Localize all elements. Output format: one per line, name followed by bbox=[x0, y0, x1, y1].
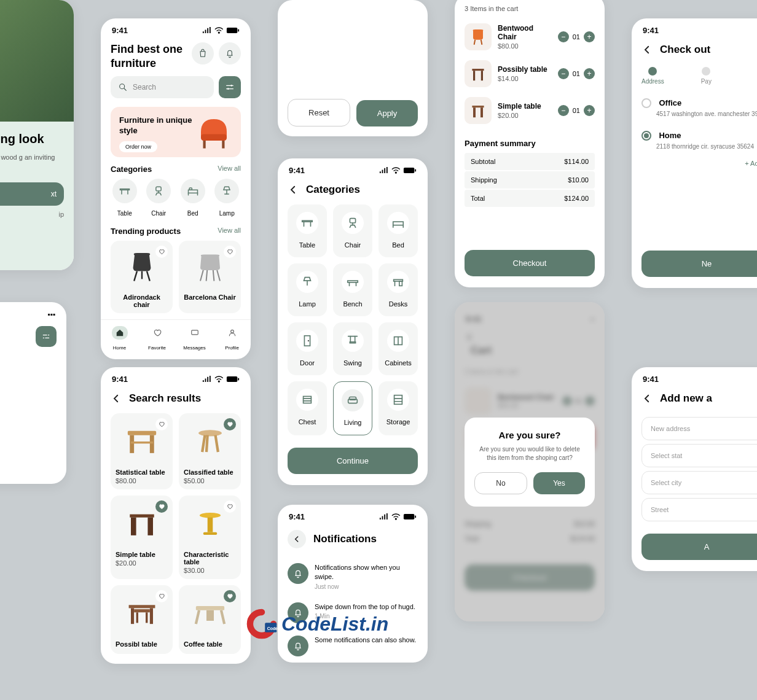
favorite-button[interactable] bbox=[155, 500, 168, 513]
nav-profile[interactable]: Profile bbox=[213, 320, 251, 359]
next-button[interactable]: xt bbox=[0, 182, 64, 206]
no-button[interactable]: No bbox=[474, 472, 527, 494]
category-bed[interactable]: Bed bbox=[179, 179, 207, 218]
status-time: 9:41 bbox=[289, 512, 305, 521]
lamp-icon bbox=[300, 275, 314, 289]
back-icon[interactable] bbox=[288, 184, 299, 195]
cart-count: 3 Items in the cart bbox=[455, 0, 605, 18]
bag-icon-button[interactable] bbox=[192, 42, 214, 64]
address-field[interactable]: New address bbox=[641, 417, 757, 440]
chair-image bbox=[127, 251, 157, 285]
watermark: CodeList CodeList.in bbox=[246, 608, 388, 640]
increment-button[interactable]: + bbox=[584, 68, 595, 79]
address-option[interactable]: Office 4517 washington ave. manchester 3… bbox=[632, 91, 757, 123]
decrement-button[interactable]: − bbox=[558, 68, 569, 79]
product-card[interactable]: Possibl table bbox=[111, 585, 173, 654]
status-icons bbox=[202, 27, 240, 34]
category-cabinets[interactable]: Cabinets bbox=[378, 322, 418, 375]
add-new-address[interactable]: + Add ne bbox=[632, 156, 757, 171]
category-door[interactable]: Door bbox=[288, 322, 327, 375]
dialog-body: Are you sure you would like to delete th… bbox=[474, 445, 585, 462]
product-card[interactable]: Statistical table $80.00 bbox=[111, 413, 173, 489]
svg-rect-90 bbox=[473, 107, 476, 117]
back-button[interactable] bbox=[288, 530, 306, 548]
promo-banner[interactable]: Furniture in unique style Order now bbox=[111, 107, 241, 157]
back-icon[interactable] bbox=[641, 393, 653, 404]
svg-rect-35 bbox=[130, 515, 154, 518]
dialog-title: Are you sure? bbox=[474, 430, 585, 440]
category-lamp[interactable]: Lamp bbox=[288, 263, 327, 316]
product-card[interactable]: Adirondack chair bbox=[111, 241, 173, 313]
svg-rect-41 bbox=[128, 605, 155, 608]
modal-overlay[interactable]: Are you sure? Are you sure you would lik… bbox=[455, 302, 605, 621]
favorite-button[interactable] bbox=[155, 590, 168, 602]
product-card[interactable]: Coffee table bbox=[179, 585, 241, 654]
product-card[interactable]: Classified table $50.00 bbox=[179, 413, 241, 489]
nav-favorite[interactable]: Favorite bbox=[138, 320, 176, 359]
product-card[interactable]: Characteristic table $30.00 bbox=[179, 496, 241, 579]
svg-rect-79 bbox=[394, 395, 402, 405]
favorite-button[interactable] bbox=[155, 418, 168, 430]
address-field[interactable]: Street bbox=[641, 498, 757, 521]
product-card[interactable]: Simple table $20.00 bbox=[111, 496, 173, 579]
svg-point-4 bbox=[227, 88, 229, 90]
address-field[interactable]: Select city bbox=[641, 471, 757, 494]
favorite-button[interactable] bbox=[224, 590, 236, 602]
order-now-button[interactable]: Order now bbox=[119, 141, 157, 152]
back-icon[interactable] bbox=[111, 393, 122, 404]
svg-line-84 bbox=[474, 40, 476, 45]
svg-line-24 bbox=[206, 270, 207, 281]
svg-rect-6 bbox=[203, 141, 206, 149]
category-living[interactable]: Living bbox=[333, 381, 372, 435]
favorite-button[interactable] bbox=[224, 246, 236, 258]
category-chest[interactable]: Chest bbox=[288, 381, 327, 435]
filter-button[interactable] bbox=[36, 326, 57, 347]
address-field[interactable]: Select stat bbox=[641, 444, 757, 467]
favorite-button[interactable] bbox=[224, 418, 236, 430]
notification-item[interactable]: Notifications show when you swipe.Just n… bbox=[278, 557, 428, 596]
back-icon[interactable] bbox=[641, 44, 653, 55]
increment-button[interactable]: + bbox=[584, 105, 595, 116]
product-price: $80.00 bbox=[116, 477, 168, 484]
favorite-button[interactable] bbox=[224, 500, 236, 513]
filter-button[interactable] bbox=[219, 76, 241, 98]
nav-home[interactable]: Home bbox=[101, 320, 138, 359]
bell-icon-button[interactable] bbox=[219, 42, 241, 64]
view-all-categories[interactable]: View all bbox=[218, 165, 241, 174]
checkout-button[interactable]: Checkout bbox=[465, 250, 595, 276]
product-card[interactable]: Barcelona Chair bbox=[179, 241, 241, 313]
decrement-button[interactable]: − bbox=[558, 31, 569, 42]
category-chair[interactable]: Chair bbox=[145, 179, 173, 218]
category-table[interactable]: Table bbox=[288, 204, 327, 257]
search-input[interactable]: Search bbox=[111, 76, 214, 98]
view-all-trending[interactable]: View all bbox=[218, 227, 241, 236]
address-label: Office bbox=[659, 98, 681, 107]
category-table[interactable]: Table bbox=[111, 179, 139, 218]
category-storage[interactable]: Storage bbox=[378, 381, 418, 435]
yes-button[interactable]: Yes bbox=[533, 472, 585, 494]
decrement-button[interactable]: − bbox=[558, 105, 569, 116]
category-bench[interactable]: Bench bbox=[333, 263, 372, 316]
nav-messages[interactable]: Messages bbox=[176, 320, 213, 359]
skip-button[interactable]: ip bbox=[0, 206, 64, 218]
search-results-screen: 9:41 Search results Statistical table $8… bbox=[101, 367, 251, 664]
continue-button[interactable]: Continue bbox=[288, 448, 418, 474]
bottom-nav: Home Favorite Messages Profile bbox=[101, 319, 251, 359]
summary-row: Total$124.00 bbox=[465, 190, 595, 207]
category-chair[interactable]: Chair bbox=[333, 204, 372, 257]
category-swing[interactable]: Swing bbox=[333, 322, 372, 375]
increment-button[interactable]: + bbox=[584, 31, 595, 42]
favorite-button[interactable] bbox=[155, 246, 168, 258]
reset-button[interactable]: Reset bbox=[288, 99, 350, 126]
next-button[interactable]: Ne bbox=[641, 251, 757, 277]
submit-button[interactable]: A bbox=[641, 534, 757, 560]
apply-button[interactable]: Apply bbox=[356, 100, 418, 126]
wifi-icon bbox=[214, 27, 224, 34]
step-payment: Pay bbox=[701, 67, 712, 85]
category-bed[interactable]: Bed bbox=[378, 204, 418, 257]
address-option[interactable]: Home 2118 thornridge cir. syracuse 35624 bbox=[632, 123, 757, 156]
heart-icon bbox=[227, 421, 233, 427]
category-desks[interactable]: Desks bbox=[378, 263, 418, 316]
filter-screen-bottom: Reset Apply bbox=[278, 0, 428, 136]
category-lamp[interactable]: Lamp bbox=[213, 179, 241, 218]
